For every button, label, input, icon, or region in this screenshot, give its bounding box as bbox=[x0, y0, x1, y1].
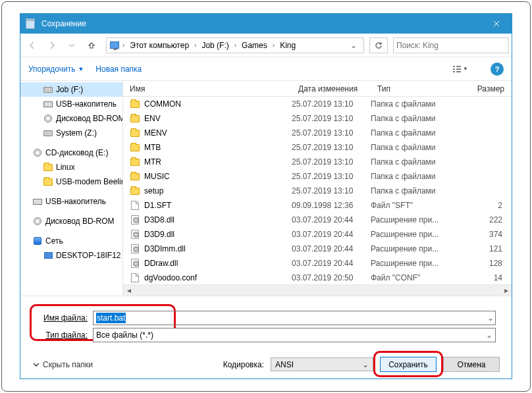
file-row[interactable]: D3DImm.dll 03.07.2019 20:44 Расширение п… bbox=[123, 242, 512, 256]
file-date: 25.07.2019 13:10 bbox=[292, 114, 371, 123]
file-name: setup bbox=[144, 186, 163, 196]
file-row[interactable]: D3D8.dll 03.07.2019 20:44 Расширение при… bbox=[123, 213, 512, 227]
chevron-right-icon: › bbox=[121, 41, 126, 49]
tree-item-label: USB-накопитель bbox=[56, 99, 117, 109]
tree-item[interactable]: USB-накопитель bbox=[20, 194, 122, 209]
scroll-left-icon[interactable]: ◂ bbox=[123, 285, 134, 296]
folder-tree[interactable]: Job (F:)USB-накопительДисковод BD-ROMSys… bbox=[20, 81, 123, 296]
file-size: 14 bbox=[447, 273, 512, 282]
hide-folders-label: Скрыть папки bbox=[43, 360, 93, 369]
tree-item[interactable]: Дисковод BD-ROM bbox=[20, 214, 122, 228]
file-row[interactable]: MTR 25.07.2019 13:10 Папка с файлами bbox=[123, 155, 512, 169]
col-date-header[interactable]: Дата изменения bbox=[292, 81, 371, 96]
file-type: Файл "CONF" bbox=[371, 273, 447, 282]
breadcrumb-item[interactable]: Job (F:) bbox=[199, 41, 231, 50]
encoding-label: Кодировка: bbox=[223, 360, 264, 369]
search-box[interactable] bbox=[393, 38, 509, 53]
file-row[interactable]: COMMON 25.07.2019 13:10 Папка с файлами bbox=[123, 97, 512, 111]
chevron-down-icon[interactable]: ⌄ bbox=[346, 41, 361, 50]
tree-item[interactable]: USB-modem Beeline bbox=[20, 174, 122, 189]
file-row[interactable]: MENV 25.07.2019 13:10 Папка с файлами bbox=[123, 126, 512, 140]
file-name: dgVoodoo.conf bbox=[144, 273, 197, 282]
tree-item[interactable]: Linux bbox=[20, 160, 122, 174]
cancel-button[interactable]: Отмена bbox=[443, 357, 500, 372]
file-date: 25.07.2019 13:10 bbox=[292, 143, 371, 152]
encoding-value: ANSI bbox=[275, 360, 294, 369]
file-area: Имя Дата изменения Тип Размер COMMON 25.… bbox=[123, 81, 512, 296]
tree-item[interactable]: Job (F:) bbox=[20, 82, 122, 97]
file-row[interactable]: setup 25.07.2019 13:10 Папка с файлами bbox=[123, 184, 512, 198]
breadcrumb-item[interactable]: King bbox=[277, 41, 298, 50]
file-name: COMMON bbox=[144, 99, 181, 109]
file-type: Папка с файлами bbox=[371, 172, 447, 181]
window-title: Сохранение bbox=[41, 19, 481, 28]
breadcrumb-item[interactable]: Этот компьютер bbox=[127, 41, 192, 50]
col-type-header[interactable]: Тип bbox=[371, 81, 447, 96]
filename-input[interactable]: start.bat ⌄ bbox=[93, 311, 496, 325]
organize-menu[interactable]: Упорядочить ▼ bbox=[28, 65, 84, 74]
close-button[interactable] bbox=[481, 14, 512, 34]
folder-icon bbox=[130, 113, 140, 124]
tree-item[interactable]: Дисковод BD-ROM bbox=[20, 111, 122, 126]
file-size: 121 bbox=[447, 244, 512, 253]
file-row[interactable]: ENV 25.07.2019 13:10 Папка с файлами bbox=[123, 111, 512, 126]
bottom-panel: Имя файла: start.bat ⌄ Тип файла: Все фа… bbox=[20, 296, 512, 379]
tree-item-label: System (Z:) bbox=[56, 128, 97, 138]
chevron-down-icon[interactable]: ⌄ bbox=[487, 313, 494, 323]
col-size-header[interactable]: Размер bbox=[447, 81, 512, 96]
file-row[interactable]: MUSIC 25.07.2019 13:10 Папка с файлами bbox=[123, 169, 512, 184]
file-row[interactable]: DDraw.dll 03.07.2019 20:44 Расширение пр… bbox=[123, 256, 512, 271]
hide-folders-button[interactable]: Скрыть папки bbox=[32, 360, 93, 369]
chevron-down-icon[interactable]: ⌄ bbox=[362, 360, 369, 369]
chevron-right-icon: › bbox=[271, 41, 276, 49]
drive-icon bbox=[43, 128, 53, 138]
folder-icon bbox=[130, 99, 140, 109]
navbar: › Этот компьютер › Job (F:) › Games › Ki… bbox=[20, 34, 512, 57]
dll-icon bbox=[130, 244, 140, 254]
nav-forward-button[interactable] bbox=[43, 36, 61, 55]
breadcrumb-item[interactable]: Games bbox=[239, 41, 270, 50]
file-icon bbox=[130, 273, 140, 283]
usb-icon bbox=[43, 99, 53, 109]
tree-item[interactable]: CD-дисковод (E:) bbox=[20, 145, 122, 160]
tree-item[interactable]: Сеть bbox=[20, 234, 122, 248]
new-folder-button[interactable]: Новая папка bbox=[95, 65, 142, 74]
chevron-right-icon: › bbox=[233, 41, 238, 49]
scroll-right-icon[interactable]: ▸ bbox=[500, 285, 512, 296]
tree-item-label: USB-накопитель bbox=[45, 197, 106, 206]
nav-back-button[interactable] bbox=[23, 36, 41, 55]
file-row[interactable]: D1.SFT 09.09.1998 12:36 Файл "SFT" 2 bbox=[123, 198, 512, 213]
body-area: Job (F:)USB-накопительДисковод BD-ROMSys… bbox=[20, 81, 512, 296]
file-name: MTR bbox=[144, 157, 161, 167]
file-row[interactable]: D3D9.dll 03.07.2019 20:44 Расширение при… bbox=[123, 227, 512, 242]
tree-item[interactable]: USB-накопитель bbox=[20, 97, 122, 111]
chevron-down-icon[interactable]: ⌄ bbox=[486, 330, 492, 340]
view-options-button[interactable]: ▼ bbox=[447, 61, 473, 77]
file-type: Расширение при... bbox=[371, 230, 447, 239]
file-type: Папка с файлами bbox=[371, 157, 447, 167]
tree-item[interactable]: DESKTOP-18IF12 bbox=[20, 248, 122, 263]
file-list[interactable]: COMMON 25.07.2019 13:10 Папка с файлами … bbox=[123, 97, 512, 284]
chevron-down-icon: ▼ bbox=[78, 66, 84, 72]
help-button[interactable]: ? bbox=[491, 63, 504, 76]
encoding-select[interactable]: ANSI ⌄ bbox=[271, 357, 373, 371]
folder-icon bbox=[130, 128, 140, 138]
search-input[interactable] bbox=[396, 41, 506, 50]
save-button[interactable]: Сохранить bbox=[380, 357, 437, 372]
tree-item-label: USB-modem Beeline bbox=[56, 177, 123, 186]
breadcrumb[interactable]: › Этот компьютер › Job (F:) › Games › Ki… bbox=[106, 38, 364, 53]
tree-item[interactable]: System (Z:) bbox=[20, 126, 122, 140]
file-type: Папка с файлами bbox=[371, 114, 447, 123]
nav-up-button[interactable] bbox=[82, 36, 101, 55]
file-row[interactable]: dgVoodoo.conf 03.07.2019 20:50 Файл "CON… bbox=[123, 271, 512, 284]
file-name: D3DImm.dll bbox=[144, 244, 186, 253]
file-type: Расширение при... bbox=[371, 244, 447, 253]
filetype-select[interactable]: Все файлы (*.*) ⌄ bbox=[93, 328, 496, 342]
col-name-header[interactable]: Имя bbox=[123, 81, 292, 96]
file-name: MENV bbox=[144, 128, 167, 138]
refresh-button[interactable] bbox=[369, 38, 388, 53]
horizontal-scrollbar[interactable]: ◂ ▸ bbox=[123, 284, 512, 296]
file-date: 25.07.2019 13:10 bbox=[292, 157, 371, 167]
file-row[interactable]: MTB 25.07.2019 13:10 Папка с файлами bbox=[123, 140, 512, 155]
nav-recent-button[interactable] bbox=[63, 36, 81, 55]
